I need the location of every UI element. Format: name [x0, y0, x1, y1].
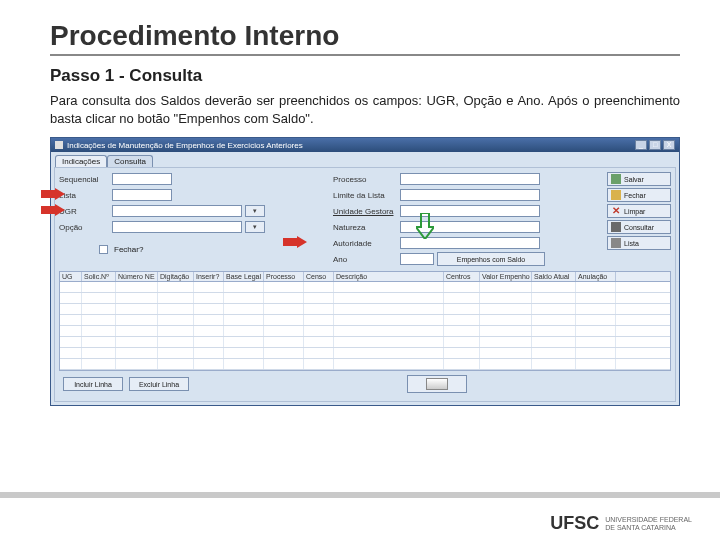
- grid-cell[interactable]: [264, 315, 304, 325]
- grid-cell[interactable]: [532, 304, 576, 314]
- grid-cell[interactable]: [116, 359, 158, 369]
- grid-cell[interactable]: [304, 337, 334, 347]
- grid-cell[interactable]: [60, 359, 82, 369]
- salvar-button[interactable]: Salvar: [607, 172, 671, 186]
- grid-cell[interactable]: [224, 348, 264, 358]
- grid-cell[interactable]: [82, 304, 116, 314]
- grid-cell[interactable]: [264, 282, 304, 292]
- input-opcao[interactable]: [112, 221, 242, 233]
- grid-cell[interactable]: [334, 359, 444, 369]
- window-max-button[interactable]: □: [649, 140, 661, 150]
- grid-cell[interactable]: [334, 315, 444, 325]
- grid-cell[interactable]: [82, 337, 116, 347]
- grid-cell[interactable]: [60, 326, 82, 336]
- grid-cell[interactable]: [334, 348, 444, 358]
- incluir-linha-button[interactable]: Incluir Linha: [63, 377, 123, 391]
- grid-cell[interactable]: [334, 337, 444, 347]
- grid-cell[interactable]: [116, 337, 158, 347]
- consultar-button[interactable]: Consultar: [607, 220, 671, 234]
- grid-cell[interactable]: [576, 293, 616, 303]
- table-row[interactable]: [60, 326, 670, 337]
- grid-cell[interactable]: [444, 326, 480, 336]
- input-ugr[interactable]: [112, 205, 242, 217]
- grid-cell[interactable]: [576, 337, 616, 347]
- grid-cell[interactable]: [194, 348, 224, 358]
- grid-cell[interactable]: [532, 359, 576, 369]
- grid-cell[interactable]: [158, 326, 194, 336]
- grid-cell[interactable]: [224, 282, 264, 292]
- grid-cell[interactable]: [158, 304, 194, 314]
- grid-cell[interactable]: [158, 282, 194, 292]
- grid-cell[interactable]: [194, 326, 224, 336]
- grid-cell[interactable]: [576, 326, 616, 336]
- grid-cell[interactable]: [480, 315, 532, 325]
- empenhos-com-saldo-button[interactable]: Empenhos com Saldo: [437, 252, 545, 266]
- grid-cell[interactable]: [158, 293, 194, 303]
- grid-cell[interactable]: [224, 304, 264, 314]
- grid-cell[interactable]: [60, 348, 82, 358]
- grid-cell[interactable]: [194, 337, 224, 347]
- grid-cell[interactable]: [116, 326, 158, 336]
- grid-cell[interactable]: [116, 282, 158, 292]
- grid-cell[interactable]: [334, 293, 444, 303]
- grid-cell[interactable]: [532, 315, 576, 325]
- grid-cell[interactable]: [576, 359, 616, 369]
- grid-cell[interactable]: [194, 304, 224, 314]
- grid-cell[interactable]: [116, 348, 158, 358]
- table-row[interactable]: [60, 282, 670, 293]
- grid-cell[interactable]: [480, 348, 532, 358]
- grid-cell[interactable]: [194, 293, 224, 303]
- tab-consulta[interactable]: Consulta: [107, 155, 153, 167]
- grid-cell[interactable]: [532, 282, 576, 292]
- grid-cell[interactable]: [444, 293, 480, 303]
- grid-cell[interactable]: [304, 282, 334, 292]
- grid-cell[interactable]: [334, 326, 444, 336]
- grid-cell[interactable]: [480, 337, 532, 347]
- grid-cell[interactable]: [576, 315, 616, 325]
- grid-cell[interactable]: [480, 293, 532, 303]
- grid-cell[interactable]: [444, 282, 480, 292]
- grid-cell[interactable]: [158, 315, 194, 325]
- combo-ugr[interactable]: [245, 205, 265, 217]
- grid-cell[interactable]: [60, 315, 82, 325]
- window-min-button[interactable]: _: [635, 140, 647, 150]
- grid-cell[interactable]: [60, 293, 82, 303]
- grid-cell[interactable]: [444, 315, 480, 325]
- grid-cell[interactable]: [82, 326, 116, 336]
- grid-cell[interactable]: [480, 359, 532, 369]
- grid-cell[interactable]: [576, 304, 616, 314]
- input-sequencial[interactable]: [112, 173, 172, 185]
- window-close-button[interactable]: X: [663, 140, 675, 150]
- grid-cell[interactable]: [532, 293, 576, 303]
- grid-cell[interactable]: [444, 348, 480, 358]
- grid-cell[interactable]: [532, 337, 576, 347]
- grid-cell[interactable]: [264, 293, 304, 303]
- grid-cell[interactable]: [576, 282, 616, 292]
- grid-cell[interactable]: [116, 315, 158, 325]
- grid-cell[interactable]: [82, 282, 116, 292]
- grid-cell[interactable]: [304, 315, 334, 325]
- grid-cell[interactable]: [264, 359, 304, 369]
- grid-cell[interactable]: [224, 359, 264, 369]
- grid-cell[interactable]: [264, 337, 304, 347]
- grid-cell[interactable]: [304, 348, 334, 358]
- grid-cell[interactable]: [334, 282, 444, 292]
- grid-cell[interactable]: [532, 348, 576, 358]
- grid-cell[interactable]: [116, 304, 158, 314]
- grid-cell[interactable]: [82, 348, 116, 358]
- input-limite-lista[interactable]: [400, 189, 540, 201]
- fechar-button[interactable]: Fechar: [607, 188, 671, 202]
- input-unidade-gestora[interactable]: [400, 205, 540, 217]
- print-button[interactable]: [407, 375, 467, 393]
- grid-cell[interactable]: [194, 282, 224, 292]
- table-row[interactable]: [60, 359, 670, 370]
- grid-cell[interactable]: [60, 304, 82, 314]
- grid-cell[interactable]: [304, 359, 334, 369]
- input-natureza[interactable]: [400, 221, 540, 233]
- grid-cell[interactable]: [116, 293, 158, 303]
- combo-opcao[interactable]: [245, 221, 265, 233]
- grid-cell[interactable]: [264, 304, 304, 314]
- grid-cell[interactable]: [158, 348, 194, 358]
- grid-cell[interactable]: [224, 315, 264, 325]
- grid-cell[interactable]: [444, 304, 480, 314]
